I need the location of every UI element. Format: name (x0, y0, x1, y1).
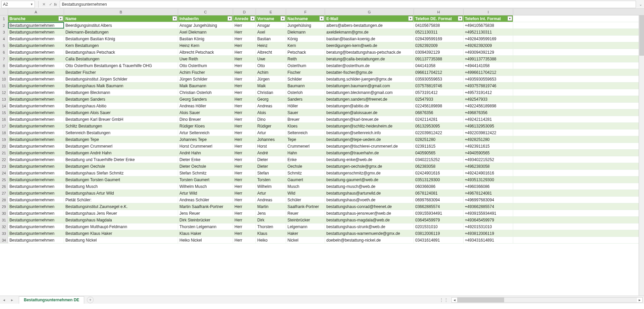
cell[interactable]: Herr (233, 103, 256, 109)
cell[interactable]: +4991137735388 (464, 56, 513, 62)
cell[interactable]: Tepe (286, 136, 325, 143)
cell[interactable]: 0573191412 (414, 89, 464, 96)
cell[interactable]: 0521130311 (414, 29, 464, 35)
cell[interactable]: bestattungshaus-conrad@freenet.de (325, 203, 414, 210)
cell[interactable]: 06132953095 (414, 123, 464, 129)
cell[interactable]: Bestattungsunternehmen (8, 163, 64, 169)
cell[interactable]: Ansgar Jungehülsing (178, 22, 233, 29)
cell[interactable]: Albrecht Petschack (178, 49, 233, 55)
cell[interactable]: Bestattungsunternehmen (8, 56, 64, 62)
cell[interactable]: Bestatter Fischer (64, 69, 178, 75)
cell[interactable]: Herr (233, 62, 256, 69)
cell[interactable]: Crummenerl (286, 143, 325, 149)
cell[interactable]: Herr (233, 210, 256, 216)
cell[interactable]: Kloes (286, 123, 325, 129)
cell[interactable]: Diekmann (286, 29, 325, 35)
row-header[interactable]: 7 (0, 56, 8, 62)
cell[interactable]: +493645459979 (464, 217, 513, 223)
cell[interactable]: 03513129300 (414, 176, 464, 183)
row-header[interactable]: 5 (0, 42, 8, 49)
cell[interactable]: +49201531010 (464, 223, 513, 230)
cell[interactable]: 091137735388 (414, 56, 464, 62)
cell[interactable]: 06997683094 (414, 197, 464, 203)
sheet-nav-first[interactable]: ◂ (1, 297, 7, 303)
cell[interactable]: Bestattungsinstitut Jürgen Schilder (64, 76, 178, 82)
column-header-A[interactable]: A (8, 9, 64, 15)
cell[interactable]: 04105675838 (414, 22, 464, 29)
cell[interactable]: Heiko Nickel (178, 237, 233, 243)
cell[interactable]: Saalfrank-Portner (286, 203, 325, 210)
cell[interactable]: Seltenreich Bestattungen (64, 130, 178, 136)
row-header[interactable]: 20 (0, 143, 8, 149)
cell[interactable]: +494105675838 (464, 22, 513, 29)
cell[interactable]: Reith (286, 56, 325, 62)
cell[interactable]: Klaus (256, 230, 286, 237)
table-header-cell[interactable]: Telefon Int. Format▾ (464, 15, 513, 22)
cell[interactable]: Herr (233, 96, 256, 102)
cell[interactable]: Otto (256, 62, 286, 69)
cell[interactable]: bestattungen.bleckmann@gmail.com (325, 89, 414, 96)
cell[interactable]: Steinbrücker (286, 217, 325, 223)
filter-button[interactable]: ▾ (172, 16, 177, 21)
cell[interactable]: Herr (233, 237, 256, 243)
column-header-D[interactable]: D (233, 9, 256, 15)
cell[interactable]: Bestattungsunternehmen (8, 109, 64, 116)
cell[interactable]: Bestattungsunternehmen (8, 49, 64, 55)
cell[interactable]: 03431614891 (414, 237, 464, 243)
filter-button[interactable]: ▾ (458, 16, 463, 21)
row-header[interactable]: 26 (0, 183, 8, 190)
cell[interactable]: Maik Baumann (178, 83, 233, 89)
cell[interactable]: Herr (233, 42, 256, 49)
row-header[interactable]: 4 (0, 36, 8, 42)
cell[interactable]: Herr (233, 123, 256, 129)
cell[interactable]: +49678124081 (464, 190, 513, 196)
cell[interactable]: Herr (233, 203, 256, 210)
cell[interactable]: 02547933 (414, 96, 464, 102)
cell[interactable]: Artur (256, 190, 286, 196)
cell[interactable]: +49242114281 (464, 116, 513, 122)
cell[interactable]: bestattung-enke@web.de (325, 156, 414, 163)
cell[interactable]: +4922456189898 (464, 103, 513, 109)
row-header[interactable]: 29 (0, 203, 8, 210)
cell[interactable]: Artur Seltenreich (178, 130, 233, 136)
cell[interactable]: 06876356 (414, 109, 464, 116)
cell[interactable]: 039155934491 (414, 210, 464, 216)
cell[interactable]: Sauer (286, 109, 325, 116)
scroll-right-button[interactable]: ▸ (637, 298, 642, 302)
cell[interactable]: +4937578819746 (464, 83, 513, 89)
cell[interactable]: 022456189898 (414, 103, 464, 109)
cell[interactable]: Dino (256, 116, 286, 122)
cell[interactable]: +493812006119 (464, 230, 513, 237)
cell[interactable]: Bestattungsunternehmen (8, 223, 64, 230)
table-header-cell[interactable]: Telefon DE. Format▾ (414, 15, 464, 22)
cell[interactable]: Rüdiger (256, 123, 286, 129)
cell[interactable]: Johannes Tepe (178, 136, 233, 143)
row-header[interactable]: 34 (0, 237, 8, 243)
cell[interactable]: Herr (233, 83, 256, 89)
cell[interactable]: Georg Sanders (178, 96, 233, 102)
cell[interactable]: Bestattungsunternehmen (8, 156, 64, 163)
cell[interactable]: Wilhelm Musch (178, 183, 233, 190)
cell[interactable]: Bestattungen André Hahn (64, 150, 178, 156)
cell[interactable]: Bestattungsunternehmen (8, 130, 64, 136)
cell[interactable]: Herr (233, 109, 256, 116)
cell[interactable]: Hahn (286, 150, 325, 156)
cell[interactable]: bestattungshaus@arturwild.de (325, 190, 414, 196)
row-header[interactable]: 14 (0, 103, 8, 109)
cell[interactable]: 037578819746 (414, 83, 464, 89)
row-header[interactable]: 13 (0, 96, 8, 102)
cell[interactable]: Bestattungen Bleckmann (64, 89, 178, 96)
cell[interactable]: Herr (233, 49, 256, 55)
cell[interactable]: Bastian (256, 36, 286, 42)
cell[interactable]: +492424901616 (464, 170, 513, 176)
cell[interactable]: Schüler (286, 197, 325, 203)
cell[interactable]: Bestattungsunternehmen (8, 237, 64, 243)
row-header[interactable]: 33 (0, 230, 8, 237)
cell[interactable]: 022039812422 (414, 130, 464, 136)
cell[interactable]: Klaus Haker (178, 230, 233, 237)
table-header-cell[interactable]: Anrede▾ (233, 15, 256, 22)
cell[interactable]: bestattung.schilder-juergen@gmx.de (325, 76, 414, 82)
cell[interactable]: Johannes (256, 136, 286, 143)
cell[interactable]: bestattungen@seltenreich.info (325, 130, 414, 136)
cell[interactable]: +493431614891 (464, 237, 513, 243)
